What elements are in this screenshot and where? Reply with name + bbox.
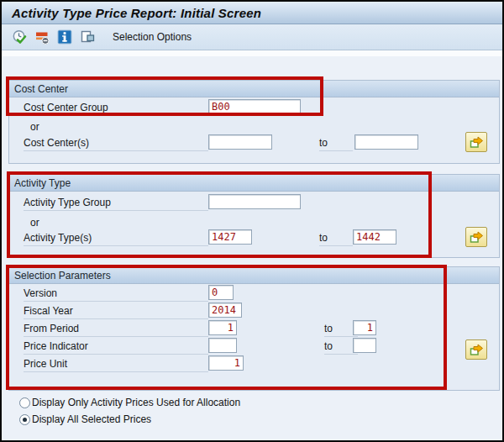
fiscal-year-input[interactable] — [208, 303, 242, 318]
price-indicator-label: Price Indicator — [24, 340, 208, 355]
price-unit-label: Price Unit — [24, 358, 208, 372]
cost-centers-from-input[interactable] — [208, 134, 272, 150]
group-activity-type-header: Activity Type — [9, 175, 499, 192]
execute-button[interactable] — [10, 28, 29, 46]
application-toolbar: Selection Options — [2, 24, 502, 50]
variant-icon — [34, 29, 50, 45]
info-button[interactable] — [55, 28, 74, 46]
group-cost-center: Cost Center Cost Center Group or Cost Ce… — [8, 80, 500, 164]
activity-type-multiple-selection-button[interactable] — [465, 227, 487, 247]
group-cost-center-header: Cost Center — [9, 81, 499, 97]
price-unit-input[interactable] — [208, 355, 244, 371]
from-period-input[interactable] — [208, 320, 237, 335]
get-variant-button[interactable] — [33, 28, 51, 46]
group-selection-parameters-header: Selection Parameters — [9, 267, 499, 284]
from-period-label: From Period — [24, 323, 208, 337]
group-selection-parameters: Selection Parameters Version Fiscal Year… — [8, 266, 500, 391]
radio-label[interactable]: Display Only Activity Prices Used for Al… — [32, 397, 240, 408]
activity-types-label: Activity Type(s) — [24, 232, 208, 246]
page-title: Activity Type Price Report: Initial Scre… — [12, 6, 261, 20]
radio-button-icon[interactable] — [19, 397, 30, 408]
activity-types-from-input[interactable] — [208, 229, 252, 245]
selection-parameters-multiple-selection-button[interactable] — [465, 339, 487, 360]
cost-centers-to-input[interactable] — [354, 134, 418, 150]
radio-display-all-selected[interactable]: Display All Selected Prices — [19, 413, 151, 425]
price-indicator-to-input[interactable] — [353, 338, 376, 353]
activity-types-to-input[interactable] — [353, 229, 396, 245]
cost-center-group-label: Cost Center Group — [24, 102, 208, 116]
cost-centers-to-label: to — [319, 137, 353, 151]
group-cost-center-title: Cost Center — [14, 83, 68, 95]
multiple-selection-icon — [470, 343, 484, 356]
activity-type-group-label: Activity Type Group — [24, 197, 208, 211]
multiple-selection-icon — [470, 135, 484, 149]
sap-window: Activity Type Price Report: Initial Scre… — [0, 0, 504, 442]
content-top-strip — [2, 50, 502, 56]
cost-center-group-input[interactable] — [208, 99, 301, 114]
copy-selection-icon — [80, 29, 96, 45]
screen-body: Cost Center Cost Center Group or Cost Ce… — [2, 50, 502, 439]
cost-center-or-label: or — [30, 121, 39, 133]
info-icon — [57, 29, 72, 45]
title-bar: Activity Type Price Report: Initial Scre… — [2, 2, 502, 24]
version-input[interactable] — [208, 285, 234, 300]
copy-selection-button[interactable] — [78, 28, 97, 46]
multiple-selection-icon — [470, 230, 484, 244]
activity-type-or-label: or — [30, 217, 39, 229]
selection-options-button[interactable]: Selection Options — [109, 29, 195, 45]
radio-display-only-allocation[interactable]: Display Only Activity Prices Used for Al… — [19, 397, 240, 408]
activity-type-group-input[interactable] — [208, 194, 301, 209]
activity-types-to-label: to — [319, 232, 353, 246]
cost-center-multiple-selection-button[interactable] — [465, 132, 487, 152]
group-activity-type-title: Activity Type — [14, 177, 71, 189]
version-label: Version — [24, 287, 208, 302]
radio-button-icon[interactable] — [19, 414, 30, 425]
from-period-to-input[interactable] — [353, 320, 376, 335]
price-indicator-input[interactable] — [208, 338, 237, 353]
radio-label[interactable]: Display All Selected Prices — [32, 413, 151, 425]
execute-icon — [12, 29, 28, 45]
cost-centers-label: Cost Center(s) — [24, 137, 208, 151]
fiscal-year-label: Fiscal Year — [24, 305, 208, 319]
group-selection-parameters-title: Selection Parameters — [14, 270, 111, 282]
group-activity-type: Activity Type Activity Type Group or Act… — [8, 174, 500, 258]
